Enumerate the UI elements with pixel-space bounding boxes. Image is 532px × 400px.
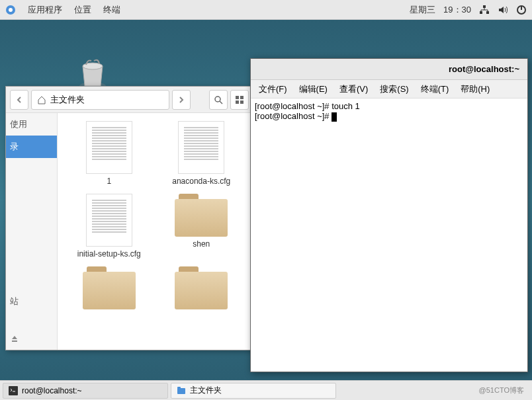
terminal-task-icon <box>9 386 18 395</box>
back-button[interactable] <box>10 90 28 110</box>
sidebar-item-other[interactable]: 站 <box>6 290 57 313</box>
menu-search[interactable]: 搜索(S) <box>375 81 414 98</box>
places-menu[interactable]: 位置 <box>74 4 91 16</box>
search-icon <box>214 95 223 104</box>
power-icon[interactable] <box>516 5 527 15</box>
file-manager-window: 主文件夹 使用 录 站 <box>5 86 253 350</box>
watermark-text: @51CTO博客 <box>479 385 529 395</box>
date-label: 星期三 <box>410 4 435 16</box>
home-icon <box>37 95 46 104</box>
file-label: 1 <box>107 177 111 186</box>
view-mode-button[interactable] <box>230 90 249 110</box>
file-manager-sidebar: 使用 录 站 <box>6 113 58 350</box>
menu-terminal[interactable]: 终端(T) <box>416 81 455 98</box>
menu-help[interactable]: 帮助(H) <box>455 81 495 98</box>
file-label: anaconda-ks.cfg <box>172 177 230 186</box>
file-manager-toolbar: 主文件夹 <box>6 87 253 113</box>
text-file-icon <box>86 121 132 174</box>
folder-item[interactable] <box>66 266 153 309</box>
folder-item[interactable] <box>158 266 245 309</box>
taskbar-label: 主文件夹 <box>190 385 222 396</box>
sidebar-item-recent[interactable]: 使用 <box>6 113 57 136</box>
folder-item[interactable]: shen <box>158 194 245 259</box>
desktop[interactable]: 主文件夹 使用 录 站 <box>0 20 532 380</box>
svg-rect-10 <box>240 96 244 99</box>
terminal-window: root@localhost:~ 文件(F) 编辑(E) 查看(V) 搜索(S)… <box>250 58 528 372</box>
terminal-content[interactable]: [root@localhost ~]# touch 1 [root@localh… <box>251 99 527 372</box>
sidebar-item-home[interactable]: 录 <box>6 136 57 158</box>
folder-label: shen <box>193 239 210 249</box>
cursor-icon <box>332 112 337 122</box>
menu-file[interactable]: 文件(F) <box>253 81 292 98</box>
text-file-icon <box>178 121 224 174</box>
files-task-icon <box>177 386 186 395</box>
file-item[interactable]: anaconda-ks.cfg <box>158 121 245 186</box>
file-label: initial-setup-ks.cfg <box>77 249 141 259</box>
svg-rect-14 <box>177 388 185 394</box>
svg-rect-15 <box>177 387 181 389</box>
top-panel: 应用程序 位置 终端 星期三 19：30 <box>0 0 532 20</box>
network-icon[interactable] <box>479 5 490 15</box>
text-file-icon <box>86 194 132 247</box>
svg-rect-2 <box>483 5 486 8</box>
terminal-menu[interactable]: 终端 <box>103 4 120 16</box>
volume-icon[interactable] <box>498 5 508 15</box>
menu-view[interactable]: 查看(V) <box>334 81 373 98</box>
folder-icon <box>83 266 136 309</box>
applications-menu[interactable]: 应用程序 <box>28 4 62 16</box>
svg-rect-4 <box>486 11 489 14</box>
terminal-titlebar[interactable]: root@localhost:~ <box>251 59 527 80</box>
grid-icon <box>235 95 244 104</box>
svg-rect-9 <box>236 96 239 99</box>
file-manager-content[interactable]: 1 anaconda-ks.cfg initial-setup-ks.cfg s… <box>58 113 253 350</box>
terminal-menubar: 文件(F) 编辑(E) 查看(V) 搜索(S) 终端(T) 帮助(H) <box>251 80 527 99</box>
taskbar-item-files[interactable]: 主文件夹 <box>171 383 336 399</box>
taskbar-label: root@localhost:~ <box>22 386 82 395</box>
svg-point-1 <box>9 8 13 12</box>
forward-button[interactable] <box>172 90 191 110</box>
distro-logo-icon <box>5 5 16 15</box>
search-button[interactable] <box>209 90 228 110</box>
taskbar: root@localhost:~ 主文件夹 @51CTO博客 <box>0 380 532 400</box>
file-item[interactable]: 1 <box>66 121 153 186</box>
svg-rect-12 <box>240 100 244 104</box>
terminal-line: [root@localhost ~]# <box>255 111 332 121</box>
sidebar-eject-icon[interactable] <box>10 334 19 346</box>
svg-rect-13 <box>9 386 18 395</box>
folder-icon <box>175 194 228 237</box>
svg-point-8 <box>215 97 220 102</box>
taskbar-item-terminal[interactable]: root@localhost:~ <box>3 383 168 399</box>
svg-rect-3 <box>480 11 482 14</box>
svg-rect-11 <box>236 100 239 104</box>
time-label: 19：30 <box>443 4 471 16</box>
menu-edit[interactable]: 编辑(E) <box>294 81 333 98</box>
file-item[interactable]: initial-setup-ks.cfg <box>66 194 153 259</box>
terminal-line: [root@localhost ~]# touch 1 <box>255 101 360 111</box>
location-bar[interactable]: 主文件夹 <box>31 90 169 110</box>
folder-icon <box>175 266 228 309</box>
location-label: 主文件夹 <box>50 94 85 106</box>
terminal-title-text: root@localhost:~ <box>449 64 519 74</box>
